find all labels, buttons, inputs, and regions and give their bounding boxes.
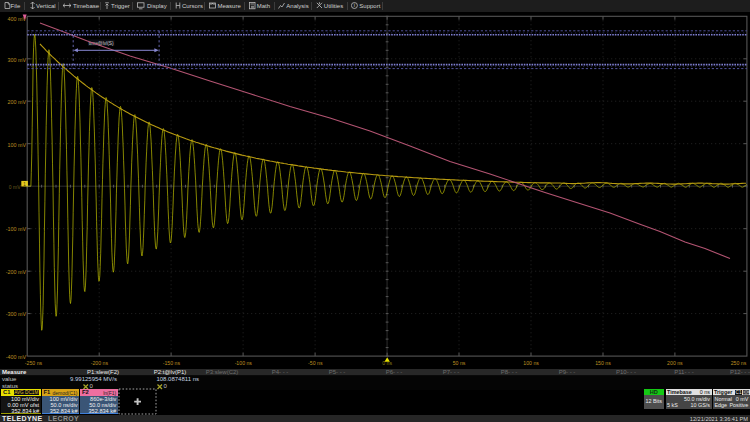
svg-text:100 mV: 100 mV xyxy=(7,142,26,148)
svg-text:-300 mV: -300 mV xyxy=(6,311,27,317)
svg-text:-100 ns: -100 ns xyxy=(235,360,253,366)
svg-text:-150 ns: -150 ns xyxy=(163,360,181,366)
svg-text:-250 ns: -250 ns xyxy=(25,360,43,366)
svg-text:i: i xyxy=(354,3,355,9)
svg-text:250 ns: 250 ns xyxy=(731,360,747,366)
svg-text:-200 mV: -200 mV xyxy=(6,269,27,275)
svg-text:-100 mV: -100 mV xyxy=(6,226,27,232)
svg-text:200 mV: 200 mV xyxy=(7,99,26,105)
svg-text:-50 ns: -50 ns xyxy=(308,360,323,366)
svg-text:1: 1 xyxy=(23,182,26,187)
svg-text:-400 mV: -400 mV xyxy=(6,354,27,360)
svg-text:150 ns: 150 ns xyxy=(595,360,611,366)
svg-text:0 mV: 0 mV xyxy=(9,184,21,190)
svg-text:50 ns: 50 ns xyxy=(453,360,466,366)
svg-text:-200 ns: -200 ns xyxy=(91,360,109,366)
svg-text:200 ns: 200 ns xyxy=(667,360,683,366)
svg-text:100 ns: 100 ns xyxy=(523,360,539,366)
svg-text:300 mV: 300 mV xyxy=(7,57,26,63)
